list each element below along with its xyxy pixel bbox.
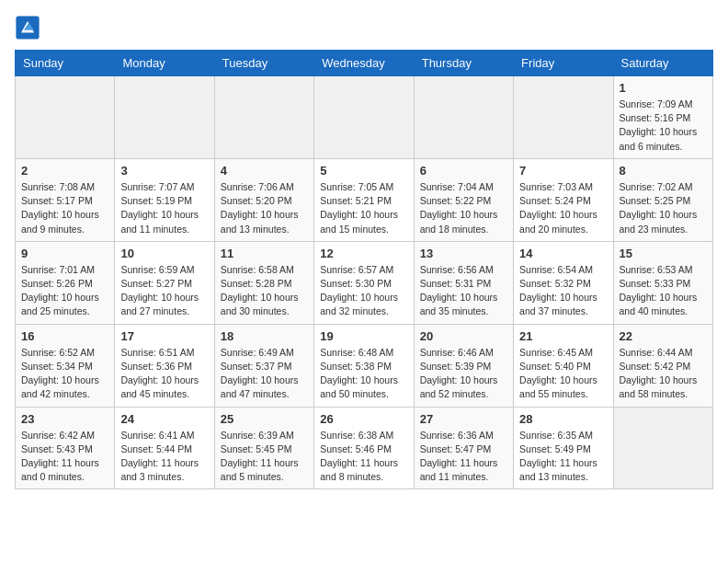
calendar-day-cell: 3Sunrise: 7:07 AM Sunset: 5:19 PM Daylig… bbox=[115, 158, 214, 241]
day-info: Sunrise: 6:36 AM Sunset: 5:47 PM Dayligh… bbox=[420, 429, 507, 485]
calendar-day-cell: 1Sunrise: 7:09 AM Sunset: 5:16 PM Daylig… bbox=[613, 76, 712, 159]
calendar-day-cell: 2Sunrise: 7:08 AM Sunset: 5:17 PM Daylig… bbox=[16, 158, 115, 241]
calendar-day-cell: 25Sunrise: 6:39 AM Sunset: 5:45 PM Dayli… bbox=[214, 407, 313, 489]
day-info: Sunrise: 7:08 AM Sunset: 5:17 PM Dayligh… bbox=[21, 180, 108, 236]
day-of-week-header: Thursday bbox=[414, 51, 513, 76]
day-number: 9 bbox=[21, 247, 108, 260]
day-number: 21 bbox=[519, 329, 607, 343]
day-info: Sunrise: 6:48 AM Sunset: 5:38 PM Dayligh… bbox=[320, 346, 407, 402]
calendar-day-cell: 9Sunrise: 7:01 AM Sunset: 5:26 PM Daylig… bbox=[16, 241, 115, 324]
calendar-day-cell: 17Sunrise: 6:51 AM Sunset: 5:36 PM Dayli… bbox=[115, 324, 214, 407]
day-info: Sunrise: 7:03 AM Sunset: 5:24 PM Dayligh… bbox=[519, 180, 607, 236]
day-info: Sunrise: 7:06 AM Sunset: 5:20 PM Dayligh… bbox=[221, 180, 308, 236]
day-number: 22 bbox=[620, 329, 707, 343]
day-number: 10 bbox=[120, 247, 208, 260]
logo-icon bbox=[15, 15, 40, 40]
calendar-day-cell: 13Sunrise: 6:56 AM Sunset: 5:31 PM Dayli… bbox=[414, 241, 513, 324]
day-info: Sunrise: 6:44 AM Sunset: 5:42 PM Dayligh… bbox=[620, 346, 707, 402]
day-info: Sunrise: 7:09 AM Sunset: 5:16 PM Dayligh… bbox=[620, 98, 707, 154]
calendar-day-cell bbox=[613, 407, 712, 489]
calendar-day-cell: 12Sunrise: 6:57 AM Sunset: 5:30 PM Dayli… bbox=[314, 241, 414, 324]
day-info: Sunrise: 6:58 AM Sunset: 5:28 PM Dayligh… bbox=[221, 263, 308, 319]
day-info: Sunrise: 6:46 AM Sunset: 5:39 PM Dayligh… bbox=[420, 346, 507, 402]
day-number: 16 bbox=[21, 329, 108, 343]
day-info: Sunrise: 6:52 AM Sunset: 5:34 PM Dayligh… bbox=[21, 346, 108, 402]
day-of-week-header: Saturday bbox=[613, 51, 712, 76]
day-info: Sunrise: 6:45 AM Sunset: 5:40 PM Dayligh… bbox=[519, 346, 607, 402]
calendar-day-cell: 10Sunrise: 6:59 AM Sunset: 5:27 PM Dayli… bbox=[115, 241, 214, 324]
day-of-week-header: Sunday bbox=[16, 51, 115, 76]
calendar-day-cell: 16Sunrise: 6:52 AM Sunset: 5:34 PM Dayli… bbox=[16, 324, 115, 407]
calendar-day-cell bbox=[414, 76, 513, 159]
calendar-day-cell: 27Sunrise: 6:36 AM Sunset: 5:47 PM Dayli… bbox=[414, 407, 513, 489]
calendar-day-cell: 6Sunrise: 7:04 AM Sunset: 5:22 PM Daylig… bbox=[414, 158, 513, 241]
calendar-day-cell: 24Sunrise: 6:41 AM Sunset: 5:44 PM Dayli… bbox=[115, 407, 214, 489]
calendar-table: SundayMondayTuesdayWednesdayThursdayFrid… bbox=[15, 50, 713, 489]
day-number: 26 bbox=[320, 412, 407, 426]
day-info: Sunrise: 7:02 AM Sunset: 5:25 PM Dayligh… bbox=[620, 180, 707, 236]
day-number: 2 bbox=[21, 164, 108, 178]
calendar-day-cell: 21Sunrise: 6:45 AM Sunset: 5:40 PM Dayli… bbox=[514, 324, 613, 407]
day-info: Sunrise: 6:41 AM Sunset: 5:44 PM Dayligh… bbox=[120, 429, 208, 485]
page-header bbox=[15, 15, 713, 40]
calendar-day-cell: 19Sunrise: 6:48 AM Sunset: 5:38 PM Dayli… bbox=[314, 324, 414, 407]
calendar-day-cell: 4Sunrise: 7:06 AM Sunset: 5:20 PM Daylig… bbox=[214, 158, 313, 241]
day-info: Sunrise: 6:56 AM Sunset: 5:31 PM Dayligh… bbox=[420, 263, 507, 319]
calendar-day-cell: 28Sunrise: 6:35 AM Sunset: 5:49 PM Dayli… bbox=[514, 407, 613, 489]
day-info: Sunrise: 6:57 AM Sunset: 5:30 PM Dayligh… bbox=[320, 263, 407, 319]
day-number: 3 bbox=[120, 164, 208, 178]
calendar-day-cell: 15Sunrise: 6:53 AM Sunset: 5:33 PM Dayli… bbox=[613, 241, 712, 324]
calendar-day-cell: 26Sunrise: 6:38 AM Sunset: 5:46 PM Dayli… bbox=[314, 407, 414, 489]
day-info: Sunrise: 6:54 AM Sunset: 5:32 PM Dayligh… bbox=[519, 263, 607, 319]
day-number: 6 bbox=[420, 164, 507, 178]
day-number: 17 bbox=[120, 329, 208, 343]
calendar-day-cell: 23Sunrise: 6:42 AM Sunset: 5:43 PM Dayli… bbox=[16, 407, 115, 489]
day-number: 8 bbox=[620, 164, 707, 178]
calendar-day-cell: 5Sunrise: 7:05 AM Sunset: 5:21 PM Daylig… bbox=[314, 158, 414, 241]
day-info: Sunrise: 6:39 AM Sunset: 5:45 PM Dayligh… bbox=[221, 429, 308, 485]
calendar-day-cell: 18Sunrise: 6:49 AM Sunset: 5:37 PM Dayli… bbox=[214, 324, 313, 407]
day-number: 13 bbox=[420, 247, 507, 260]
day-number: 5 bbox=[320, 164, 407, 178]
day-number: 23 bbox=[21, 412, 108, 426]
day-of-week-header: Wednesday bbox=[314, 51, 414, 76]
day-number: 24 bbox=[120, 412, 208, 426]
day-info: Sunrise: 6:53 AM Sunset: 5:33 PM Dayligh… bbox=[620, 263, 707, 319]
calendar-day-cell bbox=[115, 76, 214, 159]
calendar-day-cell: 22Sunrise: 6:44 AM Sunset: 5:42 PM Dayli… bbox=[613, 324, 712, 407]
day-of-week-header: Monday bbox=[115, 51, 214, 76]
calendar-week-row: 9Sunrise: 7:01 AM Sunset: 5:26 PM Daylig… bbox=[16, 241, 713, 324]
day-number: 11 bbox=[221, 247, 308, 260]
calendar-day-cell: 8Sunrise: 7:02 AM Sunset: 5:25 PM Daylig… bbox=[613, 158, 712, 241]
day-number: 18 bbox=[221, 329, 308, 343]
logo bbox=[15, 15, 44, 40]
day-of-week-header: Tuesday bbox=[214, 51, 313, 76]
calendar-day-cell: 11Sunrise: 6:58 AM Sunset: 5:28 PM Dayli… bbox=[214, 241, 313, 324]
day-info: Sunrise: 6:49 AM Sunset: 5:37 PM Dayligh… bbox=[221, 346, 308, 402]
day-number: 19 bbox=[320, 329, 407, 343]
day-info: Sunrise: 7:07 AM Sunset: 5:19 PM Dayligh… bbox=[120, 180, 208, 236]
day-number: 4 bbox=[221, 164, 308, 178]
day-number: 15 bbox=[620, 247, 707, 260]
day-number: 7 bbox=[519, 164, 607, 178]
calendar-day-cell bbox=[16, 76, 115, 159]
day-info: Sunrise: 6:51 AM Sunset: 5:36 PM Dayligh… bbox=[120, 346, 208, 402]
calendar-day-cell: 7Sunrise: 7:03 AM Sunset: 5:24 PM Daylig… bbox=[514, 158, 613, 241]
day-number: 14 bbox=[519, 247, 607, 260]
calendar-day-cell bbox=[314, 76, 414, 159]
day-number: 20 bbox=[420, 329, 507, 343]
day-number: 28 bbox=[519, 412, 607, 426]
calendar-header-row: SundayMondayTuesdayWednesdayThursdayFrid… bbox=[16, 51, 713, 76]
day-info: Sunrise: 7:05 AM Sunset: 5:21 PM Dayligh… bbox=[320, 180, 407, 236]
calendar-day-cell bbox=[514, 76, 613, 159]
calendar-day-cell: 20Sunrise: 6:46 AM Sunset: 5:39 PM Dayli… bbox=[414, 324, 513, 407]
day-info: Sunrise: 7:04 AM Sunset: 5:22 PM Dayligh… bbox=[420, 180, 507, 236]
calendar-week-row: 23Sunrise: 6:42 AM Sunset: 5:43 PM Dayli… bbox=[16, 407, 713, 489]
calendar-week-row: 1Sunrise: 7:09 AM Sunset: 5:16 PM Daylig… bbox=[16, 76, 713, 159]
day-number: 1 bbox=[620, 81, 707, 95]
day-number: 27 bbox=[420, 412, 507, 426]
day-info: Sunrise: 6:59 AM Sunset: 5:27 PM Dayligh… bbox=[120, 263, 208, 319]
day-info: Sunrise: 6:35 AM Sunset: 5:49 PM Dayligh… bbox=[519, 429, 607, 485]
day-info: Sunrise: 7:01 AM Sunset: 5:26 PM Dayligh… bbox=[21, 263, 108, 319]
day-info: Sunrise: 6:38 AM Sunset: 5:46 PM Dayligh… bbox=[320, 429, 407, 485]
